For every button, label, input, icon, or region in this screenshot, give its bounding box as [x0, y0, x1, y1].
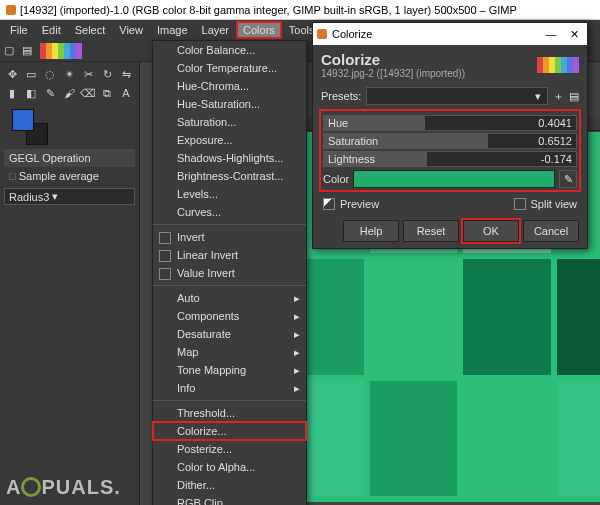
radius-value: 3	[43, 191, 49, 203]
tool-clone-icon[interactable]: ⧉	[99, 85, 115, 101]
menu-layer[interactable]: Layer	[196, 22, 236, 38]
minimize-icon[interactable]: —	[542, 28, 560, 40]
presets-combo[interactable]: ▾	[366, 87, 548, 105]
mi-hue-saturation[interactable]: Hue-Saturation...	[153, 95, 306, 113]
radius-label: Radius	[9, 191, 43, 203]
mi-curves[interactable]: Curves...	[153, 203, 306, 221]
reset-button[interactable]: Reset	[403, 220, 459, 242]
split-view-checkbox[interactable]	[514, 198, 526, 210]
color-label: Color	[323, 173, 349, 185]
mi-color-balance[interactable]: Color Balance...	[153, 41, 306, 59]
tool-text-icon[interactable]: A	[118, 85, 134, 101]
toolbox-panel: ✥ ▭ ◌ ✴ ✂ ↻ ⇋ ▮ ◧ ✎ 🖌 ⌫ ⧉ A GEGL Operati…	[0, 62, 140, 505]
tool-move-icon[interactable]: ✥	[4, 66, 20, 82]
color-swatch-strip	[40, 43, 82, 59]
mi-auto[interactable]: Auto▸	[153, 289, 306, 307]
preview-checkbox[interactable]	[323, 198, 335, 210]
mi-value-invert[interactable]: Value Invert	[153, 264, 306, 282]
menu-separator	[153, 285, 306, 286]
tool-gradient-icon[interactable]: ◧	[23, 85, 39, 101]
menu-image[interactable]: Image	[151, 22, 194, 38]
tool-pencil-icon[interactable]: ✎	[42, 85, 58, 101]
hue-label: Hue	[328, 117, 348, 129]
menu-colors[interactable]: Colors	[237, 22, 281, 38]
mi-colorize[interactable]: Colorize...	[153, 422, 306, 440]
fg-bg-colors[interactable]	[12, 109, 48, 145]
mi-rgb-clip[interactable]: RGB Clip...	[153, 494, 306, 505]
color-well[interactable]	[353, 170, 555, 188]
lightness-label: Lightness	[328, 153, 375, 165]
eyedropper-icon[interactable]: ✎	[559, 170, 577, 188]
dialog-options: Preview Split view	[313, 194, 587, 214]
preset-menu-icon[interactable]: ▤	[569, 90, 579, 103]
mi-desaturate[interactable]: Desaturate▸	[153, 325, 306, 343]
mi-color-to-alpha[interactable]: Color to Alpha...	[153, 458, 306, 476]
mi-saturation[interactable]: Saturation...	[153, 113, 306, 131]
preview-label: Preview	[340, 198, 379, 210]
doc-icon[interactable]: ▤	[22, 44, 36, 58]
saturation-label: Saturation	[328, 135, 378, 147]
mi-threshold[interactable]: Threshold...	[153, 404, 306, 422]
tool-grid: ✥ ▭ ◌ ✴ ✂ ↻ ⇋ ▮ ◧ ✎ 🖌 ⌫ ⧉ A	[4, 66, 135, 101]
dialog-titlebar[interactable]: Colorize — ✕	[313, 23, 587, 45]
mi-levels[interactable]: Levels...	[153, 185, 306, 203]
mi-posterize[interactable]: Posterize...	[153, 440, 306, 458]
new-icon[interactable]: ▢	[4, 44, 18, 58]
app-icon	[317, 29, 327, 39]
submenu-arrow-icon: ▸	[294, 292, 300, 305]
help-button[interactable]: Help	[343, 220, 399, 242]
mi-map[interactable]: Map▸	[153, 343, 306, 361]
menu-view[interactable]: View	[113, 22, 149, 38]
menu-edit[interactable]: Edit	[36, 22, 67, 38]
presets-row: Presets: ▾ ＋ ▤	[313, 85, 587, 107]
saturation-slider[interactable]: Saturation 0.6512	[323, 133, 577, 149]
mi-info[interactable]: Info▸	[153, 379, 306, 397]
tool-rotate-icon[interactable]: ↻	[99, 66, 115, 82]
canvas-tile	[463, 381, 551, 496]
tool-flip-icon[interactable]: ⇋	[118, 66, 134, 82]
watermark-icon	[21, 477, 41, 497]
close-icon[interactable]: ✕	[565, 28, 583, 41]
menu-file[interactable]: File	[4, 22, 34, 38]
mi-shadows-highlights[interactable]: Shadows-Highlights...	[153, 149, 306, 167]
submenu-arrow-icon: ▸	[294, 382, 300, 395]
mi-brightness-contrast[interactable]: Brightness-Contrast...	[153, 167, 306, 185]
mi-hue-chroma[interactable]: Hue-Chroma...	[153, 77, 306, 95]
mi-components[interactable]: Components▸	[153, 307, 306, 325]
dialog-title: Colorize	[321, 51, 465, 68]
menu-select[interactable]: Select	[69, 22, 112, 38]
mi-tone-mapping[interactable]: Tone Mapping▸	[153, 361, 306, 379]
tool-crop-icon[interactable]: ✂	[80, 66, 96, 82]
mi-linear-invert[interactable]: Linear Invert	[153, 246, 306, 264]
split-view-label: Split view	[531, 198, 577, 210]
colors-dropdown: Color Balance... Color Temperature... Hu…	[152, 40, 307, 505]
radius-field[interactable]: Radius 3 ▾	[4, 188, 135, 205]
color-row: Color ✎	[323, 170, 577, 188]
cancel-button[interactable]: Cancel	[523, 220, 579, 242]
add-preset-icon[interactable]: ＋	[553, 89, 564, 104]
mi-exposure[interactable]: Exposure...	[153, 131, 306, 149]
tool-bucket-icon[interactable]: ▮	[4, 85, 20, 101]
lightness-slider[interactable]: Lightness -0.174	[323, 151, 577, 167]
tool-rect-select-icon[interactable]: ▭	[23, 66, 39, 82]
window-title: [14932] (imported)-1.0 (RGB color 8-bit …	[20, 4, 517, 16]
canvas-tile	[557, 381, 601, 496]
dialog-window-title: Colorize	[332, 28, 372, 40]
dialog-header: Colorize 14932.jpg-2 ([14932] (imported)…	[313, 45, 587, 85]
tool-fuzzy-select-icon[interactable]: ✴	[61, 66, 77, 82]
tool-eraser-icon[interactable]: ⌫	[80, 85, 96, 101]
fg-color-swatch[interactable]	[12, 109, 34, 131]
mi-dither[interactable]: Dither...	[153, 476, 306, 494]
dialog-subtitle: 14932.jpg-2 ([14932] (imported))	[321, 68, 465, 79]
sample-average-checkbox[interactable]: □ Sample average	[4, 167, 135, 185]
submenu-arrow-icon: ▸	[294, 364, 300, 377]
tool-brush-icon[interactable]: 🖌	[61, 85, 77, 101]
hue-slider[interactable]: Hue 0.4041	[323, 115, 577, 131]
ok-button[interactable]: OK	[463, 220, 519, 242]
tool-free-select-icon[interactable]: ◌	[42, 66, 58, 82]
lightness-value: -0.174	[541, 153, 572, 165]
stepper-icon[interactable]: ▾	[52, 190, 58, 203]
watermark: APUALS.	[6, 474, 121, 499]
mi-invert[interactable]: Invert	[153, 228, 306, 246]
mi-color-temperature[interactable]: Color Temperature...	[153, 59, 306, 77]
